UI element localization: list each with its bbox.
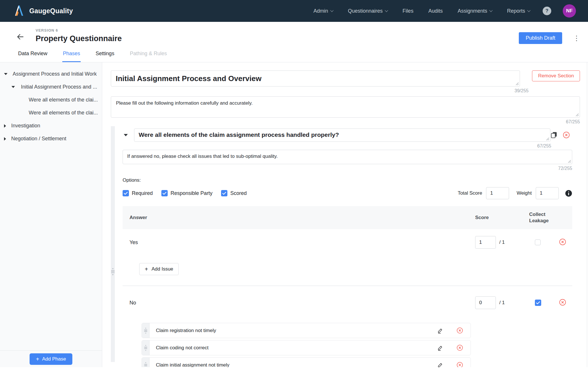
answer-label: Yes	[123, 239, 475, 246]
tree-phase-negotiation[interactable]: Negotiation / Settlement	[0, 132, 102, 145]
sidebar-footer: + Add Phase	[0, 350, 102, 367]
caret-right-icon[interactable]	[4, 137, 6, 141]
issue-drag-handle-icon[interactable]	[142, 323, 150, 338]
weight-input[interactable]	[536, 187, 559, 199]
tree-section-initial-assignment[interactable]: Initial Assignment Process and ...	[0, 80, 102, 93]
drag-handle-icon[interactable]	[111, 268, 115, 277]
caret-right-icon[interactable]	[4, 124, 6, 128]
nav-item-reports[interactable]: Reports	[507, 8, 530, 14]
nav-item-questionnaires[interactable]: Questionnaires	[348, 8, 388, 14]
remove-answer-icon[interactable]	[559, 238, 566, 246]
info-icon[interactable]	[565, 190, 572, 197]
issues-list: Claim registration not timely	[142, 323, 471, 367]
issue-drag-handle-icon[interactable]	[142, 358, 150, 367]
kebab-menu-icon[interactable]: ⋮	[573, 35, 580, 42]
resize-grip-icon[interactable]	[568, 160, 571, 163]
top-navbar: GaugeQuality Admin Questionnaires Files …	[0, 0, 588, 22]
answers-table-header: Answer Score Collect Leakage	[123, 206, 572, 229]
brand-logo-icon	[11, 3, 26, 19]
tree-phase-assignment-process[interactable]: Assignment Process and Initial Work	[0, 68, 102, 80]
section-description-counter: 67/255	[111, 119, 580, 124]
answer-score-max: / 1	[499, 239, 505, 245]
total-score-label: Total Score	[458, 190, 482, 196]
edit-issue-icon[interactable]	[437, 362, 443, 367]
scored-checkbox[interactable]: Scored	[221, 190, 247, 196]
brand[interactable]: GaugeQuality	[11, 3, 73, 19]
edit-issue-icon[interactable]	[437, 345, 443, 351]
resize-grip-icon[interactable]	[516, 82, 519, 85]
required-checkbox[interactable]: Required	[123, 190, 153, 196]
remove-answer-icon[interactable]	[559, 299, 566, 306]
nav-menu: Admin Questionnaires Files Audits Assign…	[314, 8, 530, 14]
answer-row-yes: Yes / 1	[123, 229, 572, 249]
answer-score-input[interactable]	[475, 296, 496, 309]
add-phase-button[interactable]: + Add Phase	[30, 353, 72, 365]
tab-phases[interactable]: Phases	[62, 49, 81, 62]
resize-grip-icon[interactable]	[576, 113, 579, 116]
nav-item-assignments[interactable]: Assignments	[458, 8, 492, 14]
collapse-caret-icon[interactable]	[124, 134, 128, 136]
checkbox-checked-icon[interactable]	[123, 190, 129, 196]
help-icon[interactable]: ?	[543, 7, 551, 15]
tab-bar: Data Review Phases Settings Pathing & Ru…	[0, 49, 588, 62]
section-description-input[interactable]: Please fill out the following informatio…	[111, 96, 580, 118]
tree-question-2[interactable]: Were all elements of the clai...	[0, 106, 102, 119]
version-label: VERSION 6	[36, 28, 122, 32]
remove-issue-icon[interactable]	[457, 362, 463, 367]
tree-phase-investigation[interactable]: Investigation	[0, 119, 102, 132]
question-subtitle-input[interactable]: If answered no, please check all issues …	[123, 150, 572, 164]
nav-item-files[interactable]: Files	[403, 8, 413, 14]
chevron-down-icon	[489, 9, 492, 12]
collect-leakage-checkbox[interactable]	[535, 300, 541, 306]
issue-label: Claim coding not correct	[156, 345, 208, 351]
phase-tree-sidebar: Assignment Process and Initial Work Init…	[0, 62, 102, 367]
tab-pathing-rules: Pathing & Rules	[129, 49, 167, 62]
tab-settings[interactable]: Settings	[95, 49, 115, 62]
issue-row: Claim initial assignment not timely	[142, 357, 471, 367]
answer-row-no: No / 1	[123, 286, 572, 309]
nav-item-admin[interactable]: Admin	[314, 8, 333, 14]
answer-score-input[interactable]	[475, 236, 496, 249]
question-title-input[interactable]: Were all elements of the claim assignmen…	[134, 129, 550, 142]
remove-issue-icon[interactable]	[457, 327, 463, 334]
answer-label: No	[123, 300, 475, 306]
remove-section-button[interactable]: Remove Section	[532, 70, 580, 81]
score-column-header: Score	[475, 215, 518, 221]
scrollbar-track[interactable]	[587, 62, 587, 367]
section-title-counter: 39/255	[111, 88, 529, 93]
duplicate-question-icon[interactable]	[550, 131, 558, 139]
issue-row: Claim coding not correct	[142, 340, 471, 355]
tree-question-1[interactable]: Were all elements of the clai...	[0, 93, 102, 106]
collect-leakage-column-header: Collect Leakage	[518, 211, 556, 224]
weight-label: Weight	[517, 190, 532, 196]
tab-data-review[interactable]: Data Review	[18, 49, 48, 62]
total-score-input[interactable]	[486, 187, 509, 199]
user-avatar[interactable]: NF	[563, 4, 576, 18]
page-header: VERSION 6 Property Questionnaire Publish…	[0, 22, 588, 49]
question-drag-strip[interactable]	[111, 126, 115, 362]
remove-issue-icon[interactable]	[457, 344, 463, 351]
answer-column-header: Answer	[123, 215, 475, 221]
publish-draft-button[interactable]: Publish Draft	[519, 32, 562, 44]
collect-leakage-checkbox[interactable]	[535, 239, 541, 245]
caret-down-icon[interactable]	[4, 73, 7, 75]
page-title: Property Questionnaire	[36, 34, 122, 43]
issue-drag-handle-icon[interactable]	[142, 340, 150, 355]
section-title-input[interactable]: Initial Assignment Process and Overview	[111, 70, 520, 87]
brand-name: GaugeQuality	[29, 7, 73, 15]
edit-issue-icon[interactable]	[437, 327, 443, 334]
chevron-down-icon	[527, 9, 530, 12]
remove-question-icon[interactable]	[563, 131, 570, 139]
issue-label: Claim registration not timely	[156, 328, 216, 334]
issue-row: Claim registration not timely	[142, 323, 471, 338]
add-issue-button[interactable]: + Add Issue	[139, 263, 179, 275]
nav-item-audits[interactable]: Audits	[428, 8, 443, 14]
question-subtitle-counter: 72/255	[123, 166, 572, 171]
checkbox-checked-icon[interactable]	[221, 190, 227, 196]
question-card: Were all elements of the claim assignmen…	[111, 126, 580, 362]
checkbox-checked-icon[interactable]	[161, 190, 168, 196]
back-arrow-icon[interactable]	[16, 33, 24, 41]
resize-grip-icon[interactable]	[546, 137, 549, 141]
caret-down-icon[interactable]	[11, 86, 15, 88]
responsible-party-checkbox[interactable]: Responsible Party	[161, 190, 212, 196]
